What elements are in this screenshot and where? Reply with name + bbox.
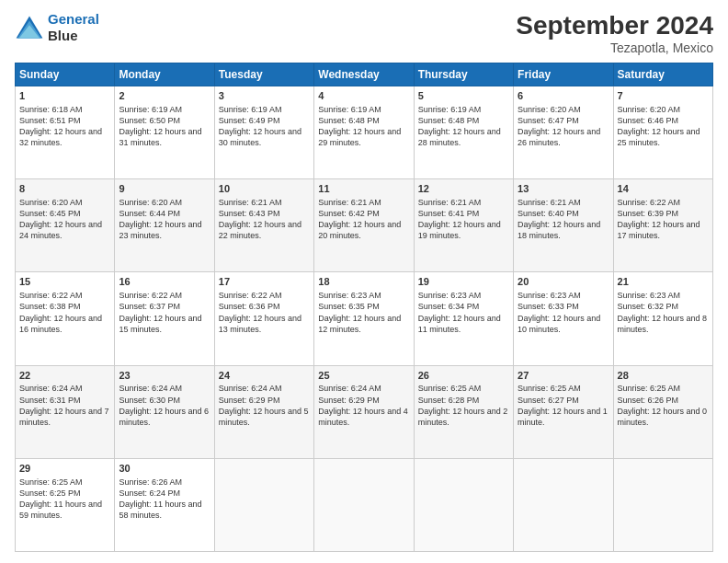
day-cell-19: 19Sunrise: 6:23 AMSunset: 6:34 PMDayligh… xyxy=(414,272,513,365)
col-header-saturday: Saturday xyxy=(613,63,712,86)
sunrise: Sunrise: 6:23 AM xyxy=(418,291,482,300)
sunset: Sunset: 6:27 PM xyxy=(518,396,579,405)
daylight-label: Daylight: 12 hours and 7 minutes. xyxy=(19,407,109,427)
month-title: September 2024 xyxy=(516,11,713,40)
day-cell-20: 20Sunrise: 6:23 AMSunset: 6:33 PMDayligh… xyxy=(514,272,613,365)
logo-text: General Blue xyxy=(48,11,99,44)
daylight-label: Daylight: 12 hours and 11 minutes. xyxy=(418,314,501,334)
sunset: Sunset: 6:37 PM xyxy=(119,302,180,311)
sunrise: Sunrise: 6:21 AM xyxy=(418,198,482,207)
sunset: Sunset: 6:30 PM xyxy=(119,396,180,405)
calendar-week-row: 1Sunrise: 6:18 AMSunset: 6:51 PMDaylight… xyxy=(16,86,713,179)
daylight-label: Daylight: 12 hours and 0 minutes. xyxy=(618,407,708,427)
day-cell-15: 15Sunrise: 6:22 AMSunset: 6:38 PMDayligh… xyxy=(16,272,115,365)
col-header-wednesday: Wednesday xyxy=(314,63,414,86)
daylight-label: Daylight: 12 hours and 8 minutes. xyxy=(618,314,708,334)
sunset: Sunset: 6:48 PM xyxy=(318,116,380,125)
page: General Blue September 2024 Tezapotla, M… xyxy=(0,0,728,563)
sunset: Sunset: 6:31 PM xyxy=(19,396,81,405)
daylight-label: Daylight: 12 hours and 23 minutes. xyxy=(119,220,201,240)
day-cell-17: 17Sunrise: 6:22 AMSunset: 6:36 PMDayligh… xyxy=(214,272,313,365)
day-cell-11: 11Sunrise: 6:21 AMSunset: 6:42 PMDayligh… xyxy=(314,179,414,272)
sunrise: Sunrise: 6:24 AM xyxy=(119,384,182,393)
sunrise: Sunrise: 6:21 AM xyxy=(219,198,282,207)
sunset: Sunset: 6:51 PM xyxy=(19,116,81,125)
day-number: 30 xyxy=(119,462,210,476)
day-cell-6: 6Sunrise: 6:20 AMSunset: 6:47 PMDaylight… xyxy=(514,86,613,179)
day-number: 27 xyxy=(518,369,609,383)
sunrise: Sunrise: 6:24 AM xyxy=(19,384,83,393)
sunrise: Sunrise: 6:19 AM xyxy=(219,105,282,114)
sunrise: Sunrise: 6:21 AM xyxy=(318,198,381,207)
sunrise: Sunrise: 6:26 AM xyxy=(119,477,182,487)
logo-line2: Blue xyxy=(48,28,99,44)
sunset: Sunset: 6:29 PM xyxy=(318,396,380,405)
daylight-label: Daylight: 11 hours and 58 minutes. xyxy=(119,500,201,520)
sunset: Sunset: 6:35 PM xyxy=(318,302,380,311)
calendar-week-row: 29Sunrise: 6:25 AMSunset: 6:25 PMDayligh… xyxy=(16,458,713,551)
daylight-label: Daylight: 12 hours and 6 minutes. xyxy=(119,407,209,427)
sunrise: Sunrise: 6:21 AM xyxy=(518,198,581,207)
sunset: Sunset: 6:50 PM xyxy=(119,116,180,125)
day-number: 14 xyxy=(618,182,709,196)
day-cell-21: 21Sunrise: 6:23 AMSunset: 6:32 PMDayligh… xyxy=(613,272,712,365)
daylight-label: Daylight: 12 hours and 19 minutes. xyxy=(418,220,501,240)
day-cell-27: 27Sunrise: 6:25 AMSunset: 6:27 PMDayligh… xyxy=(514,365,613,458)
sunset: Sunset: 6:45 PM xyxy=(19,209,81,218)
daylight-label: Daylight: 12 hours and 2 minutes. xyxy=(418,407,508,427)
sunrise: Sunrise: 6:20 AM xyxy=(119,198,182,207)
calendar-week-row: 15Sunrise: 6:22 AMSunset: 6:38 PMDayligh… xyxy=(16,272,713,365)
sunset: Sunset: 6:46 PM xyxy=(618,116,679,125)
day-cell-10: 10Sunrise: 6:21 AMSunset: 6:43 PMDayligh… xyxy=(214,179,313,272)
day-number: 28 xyxy=(618,369,709,383)
daylight-label: Daylight: 12 hours and 29 minutes. xyxy=(318,127,401,147)
sunrise: Sunrise: 6:19 AM xyxy=(119,105,182,114)
sunset: Sunset: 6:44 PM xyxy=(119,209,180,218)
daylight-label: Daylight: 12 hours and 30 minutes. xyxy=(219,127,301,147)
sunrise: Sunrise: 6:25 AM xyxy=(19,477,83,487)
day-cell-29: 29Sunrise: 6:25 AMSunset: 6:25 PMDayligh… xyxy=(16,458,115,551)
day-number: 24 xyxy=(219,369,310,383)
sunrise: Sunrise: 6:22 AM xyxy=(618,198,681,207)
day-cell-23: 23Sunrise: 6:24 AMSunset: 6:30 PMDayligh… xyxy=(115,365,214,458)
day-number: 21 xyxy=(618,275,709,289)
daylight-label: Daylight: 12 hours and 25 minutes. xyxy=(618,127,700,147)
sunrise: Sunrise: 6:22 AM xyxy=(219,291,282,300)
day-number: 7 xyxy=(618,89,709,103)
daylight-label: Daylight: 12 hours and 1 minute. xyxy=(518,407,608,427)
sunrise: Sunrise: 6:25 AM xyxy=(518,384,581,393)
day-number: 17 xyxy=(219,275,310,289)
sunset: Sunset: 6:39 PM xyxy=(618,209,679,218)
sunset: Sunset: 6:47 PM xyxy=(518,116,579,125)
day-cell-30: 30Sunrise: 6:26 AMSunset: 6:24 PMDayligh… xyxy=(115,458,214,551)
day-number: 9 xyxy=(119,182,210,196)
sunset: Sunset: 6:29 PM xyxy=(219,396,280,405)
daylight-label: Daylight: 12 hours and 32 minutes. xyxy=(19,127,102,147)
day-number: 18 xyxy=(318,275,409,289)
logo-icon xyxy=(15,15,44,40)
day-cell-5: 5Sunrise: 6:19 AMSunset: 6:48 PMDaylight… xyxy=(414,86,513,179)
day-cell-14: 14Sunrise: 6:22 AMSunset: 6:39 PMDayligh… xyxy=(613,179,712,272)
sunrise: Sunrise: 6:20 AM xyxy=(19,198,83,207)
empty-cell xyxy=(414,458,513,551)
day-cell-2: 2Sunrise: 6:19 AMSunset: 6:50 PMDaylight… xyxy=(115,86,214,179)
daylight-label: Daylight: 12 hours and 24 minutes. xyxy=(19,220,102,240)
sunset: Sunset: 6:28 PM xyxy=(418,396,480,405)
empty-cell xyxy=(613,458,712,551)
sunset: Sunset: 6:38 PM xyxy=(19,302,81,311)
daylight-label: Daylight: 12 hours and 15 minutes. xyxy=(119,314,201,334)
sunset: Sunset: 6:48 PM xyxy=(418,116,480,125)
calendar-week-row: 8Sunrise: 6:20 AMSunset: 6:45 PMDaylight… xyxy=(16,179,713,272)
day-number: 3 xyxy=(219,89,310,103)
day-number: 6 xyxy=(518,89,609,103)
sunset: Sunset: 6:49 PM xyxy=(219,116,280,125)
logo-line1: General xyxy=(48,11,99,27)
day-number: 23 xyxy=(119,369,210,383)
col-header-thursday: Thursday xyxy=(414,63,513,86)
sunrise: Sunrise: 6:23 AM xyxy=(318,291,381,300)
daylight-label: Daylight: 12 hours and 10 minutes. xyxy=(518,314,600,334)
day-cell-16: 16Sunrise: 6:22 AMSunset: 6:37 PMDayligh… xyxy=(115,272,214,365)
calendar-week-row: 22Sunrise: 6:24 AMSunset: 6:31 PMDayligh… xyxy=(16,365,713,458)
sunset: Sunset: 6:42 PM xyxy=(318,209,380,218)
sunset: Sunset: 6:41 PM xyxy=(418,209,480,218)
